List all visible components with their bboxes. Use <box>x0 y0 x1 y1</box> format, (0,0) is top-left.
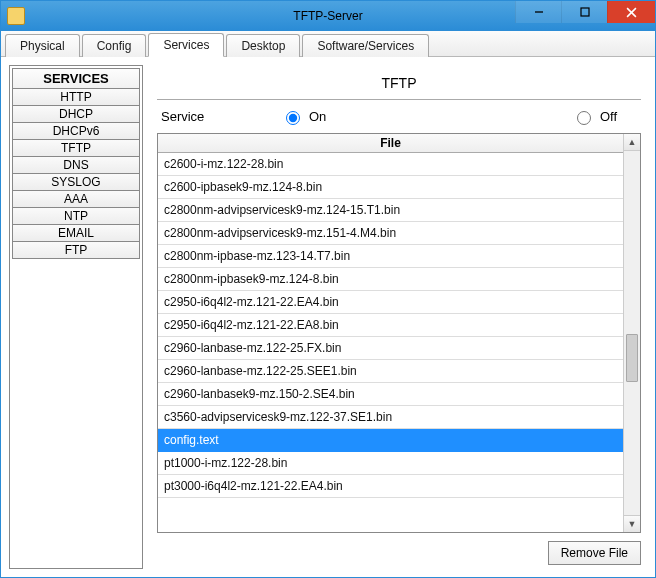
close-button[interactable] <box>607 1 655 23</box>
sidebar-item-syslog[interactable]: SYSLOG <box>12 173 140 191</box>
tab-services[interactable]: Services <box>148 33 224 57</box>
sidebar-item-ntp[interactable]: NTP <box>12 207 140 225</box>
sidebar-item-ftp[interactable]: FTP <box>12 241 140 259</box>
file-row[interactable]: pt3000-i6q4l2-mz.121-22.EA4.bin <box>158 475 623 498</box>
divider <box>157 99 641 100</box>
file-row[interactable]: c2800nm-advipservicesk9-mz.151-4.M4.bin <box>158 222 623 245</box>
on-label: On <box>309 109 326 124</box>
sidebar-items: HTTPDHCPDHCPv6TFTPDNSSYSLOGAAANTPEMAILFT… <box>12 88 140 259</box>
off-label: Off <box>600 109 617 124</box>
file-row[interactable]: c2800nm-ipbasek9-mz.124-8.bin <box>158 268 623 291</box>
main-panel: TFTP Service On Off File <box>151 65 647 569</box>
file-row[interactable]: c2960-lanbase-mz.122-25.FX.bin <box>158 337 623 360</box>
service-on-radio[interactable]: On <box>281 108 326 125</box>
service-row: Service On Off <box>157 106 641 133</box>
sidebar-header: SERVICES <box>12 68 140 89</box>
sidebar-item-aaa[interactable]: AAA <box>12 190 140 208</box>
minimize-button[interactable] <box>515 1 561 23</box>
file-column-header[interactable]: File <box>158 134 623 153</box>
panel-footer: Remove File <box>157 533 641 565</box>
sidebar-item-tftp[interactable]: TFTP <box>12 139 140 157</box>
file-list[interactable]: c2600-i-mz.122-28.binc2600-ipbasek9-mz.1… <box>158 153 623 532</box>
file-list-container: File c2600-i-mz.122-28.binc2600-ipbasek9… <box>157 133 641 533</box>
sidebar-item-dns[interactable]: DNS <box>12 156 140 174</box>
services-sidebar: SERVICES HTTPDHCPDHCPv6TFTPDNSSYSLOGAAAN… <box>9 65 143 569</box>
tab-config[interactable]: Config <box>82 34 147 57</box>
app-icon <box>7 7 25 25</box>
panel-title: TFTP <box>157 69 641 99</box>
sidebar-item-dhcpv6[interactable]: DHCPv6 <box>12 122 140 140</box>
remove-file-button[interactable]: Remove File <box>548 541 641 565</box>
file-row[interactable]: c2950-i6q4l2-mz.121-22.EA4.bin <box>158 291 623 314</box>
service-label: Service <box>161 109 281 124</box>
file-row[interactable]: c3560-advipservicesk9-mz.122-37.SE1.bin <box>158 406 623 429</box>
window-controls <box>515 1 655 23</box>
app-window: TFTP-Server PhysicalConfigServicesDeskto… <box>0 0 656 578</box>
tabs-bar: PhysicalConfigServicesDesktopSoftware/Se… <box>1 31 655 57</box>
titlebar: TFTP-Server <box>1 1 655 31</box>
svg-rect-1 <box>581 8 589 16</box>
tab-desktop[interactable]: Desktop <box>226 34 300 57</box>
file-row[interactable]: pt1000-i-mz.122-28.bin <box>158 452 623 475</box>
sidebar-item-http[interactable]: HTTP <box>12 88 140 106</box>
file-row[interactable]: c2960-lanbasek9-mz.150-2.SE4.bin <box>158 383 623 406</box>
file-row[interactable]: c2800nm-advipservicesk9-mz.124-15.T1.bin <box>158 199 623 222</box>
scrollbar[interactable]: ▲ ▼ <box>623 134 640 532</box>
file-row[interactable]: c2600-i-mz.122-28.bin <box>158 153 623 176</box>
file-row[interactable]: c2960-lanbase-mz.122-25.SEE1.bin <box>158 360 623 383</box>
file-row[interactable]: c2600-ipbasek9-mz.124-8.bin <box>158 176 623 199</box>
file-row[interactable]: config.text <box>158 429 623 452</box>
content-body: SERVICES HTTPDHCPDHCPv6TFTPDNSSYSLOGAAAN… <box>1 57 655 577</box>
sidebar-item-dhcp[interactable]: DHCP <box>12 105 140 123</box>
service-off-radio[interactable]: Off <box>572 108 617 125</box>
service-on-input[interactable] <box>286 111 300 125</box>
scroll-down-arrow[interactable]: ▼ <box>624 515 640 532</box>
tab-software-services[interactable]: Software/Services <box>302 34 429 57</box>
tab-physical[interactable]: Physical <box>5 34 80 57</box>
service-radio-group: On Off <box>281 108 637 125</box>
file-row[interactable]: c2800nm-ipbase-mz.123-14.T7.bin <box>158 245 623 268</box>
sidebar-item-email[interactable]: EMAIL <box>12 224 140 242</box>
maximize-button[interactable] <box>561 1 607 23</box>
file-list-inner: File c2600-i-mz.122-28.binc2600-ipbasek9… <box>158 134 623 532</box>
service-off-input[interactable] <box>577 111 591 125</box>
scroll-up-arrow[interactable]: ▲ <box>624 134 640 151</box>
file-row[interactable]: c2950-i6q4l2-mz.121-22.EA8.bin <box>158 314 623 337</box>
scroll-thumb[interactable] <box>626 334 638 382</box>
